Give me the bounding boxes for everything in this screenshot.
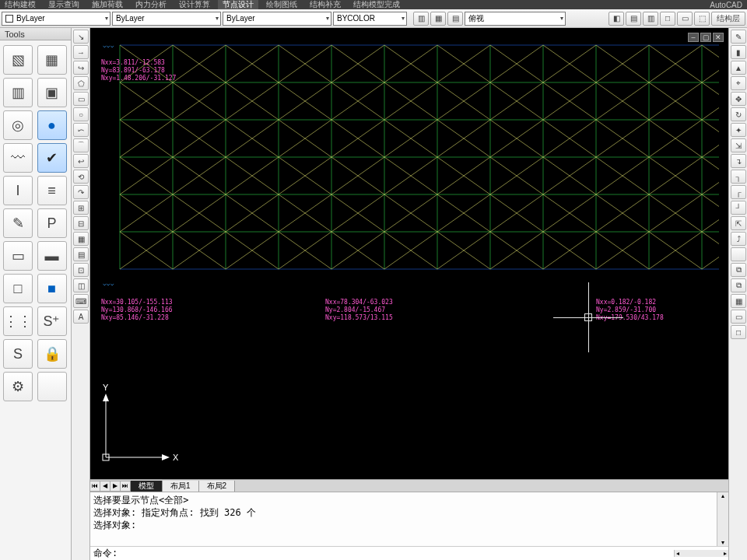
modify-btn-16[interactable]: ⧉	[731, 278, 746, 292]
toolbar-mid-btn-0[interactable]: ▥	[413, 12, 429, 26]
modify-btn-9[interactable]: ┐	[731, 170, 746, 184]
modify-btn-6[interactable]: ✦	[731, 123, 746, 137]
view-combo[interactable]: 俯视	[465, 12, 566, 26]
toolbar-right-btn-4[interactable]: ▭	[677, 12, 693, 26]
modify-btn-1[interactable]: ▮	[731, 45, 746, 59]
lock-tool[interactable]: 🔒	[37, 339, 67, 369]
cube-small-tool[interactable]: ▥	[3, 78, 33, 107]
layout-tab[interactable]: 布局1	[162, 481, 199, 492]
layout-tab[interactable]: 布局2	[198, 481, 236, 492]
struct-layer-toggle[interactable]: 结构层	[711, 12, 745, 26]
modify-btn-0[interactable]: ✎	[731, 30, 746, 44]
cube-open-tool[interactable]: ▣	[37, 78, 67, 107]
draw-btn-10[interactable]: ↷	[73, 185, 89, 199]
modify-btn-5[interactable]: ↻	[731, 107, 746, 121]
drawing-canvas[interactable]: – ▢ ✕ ⌵⌵⌵ ⌵⌵⌵ Nxx=3.811/-12.583 Ny=83.89…	[90, 28, 728, 479]
curve-tool[interactable]: 〰	[3, 143, 33, 173]
gear-tool[interactable]: ⚙	[3, 372, 33, 401]
s-plus-tool[interactable]: S⁺	[37, 306, 67, 336]
menu-item[interactable]: 结构建模	[0, 0, 40, 9]
cmd-hscrollbar[interactable]: ◂▸	[674, 550, 728, 557]
tab-nav-btn[interactable]: ⏮	[89, 481, 100, 492]
draw-btn-3[interactable]: ⬠	[73, 76, 89, 90]
color-combo[interactable]: BYCOLOR	[333, 12, 407, 26]
square-blue-tool[interactable]: ■	[37, 274, 67, 303]
draw-btn-2[interactable]: ↪	[73, 61, 89, 75]
draw-btn-17[interactable]: ⌨	[73, 294, 89, 308]
cube-shaded-tool[interactable]: ▦	[37, 45, 67, 75]
tab-nav-btn[interactable]: ⏭	[120, 481, 131, 492]
draw-btn-14[interactable]: ▤	[73, 247, 89, 261]
dotted-tool[interactable]: ⋮⋮	[3, 306, 33, 336]
draw-btn-7[interactable]: ⌒	[73, 138, 89, 152]
layer-combo-2[interactable]: ByLayer	[112, 12, 221, 26]
modify-btn-15[interactable]: ⧉	[731, 263, 746, 277]
menu-item[interactable]: 设计算算	[174, 0, 215, 9]
toolbar-right-btn-3[interactable]: □	[660, 12, 675, 26]
modify-btn-19[interactable]: □	[731, 325, 746, 339]
draw-btn-1[interactable]: →	[73, 45, 89, 59]
draw-btn-4[interactable]: ▭	[73, 92, 89, 106]
annot-bottom-left: Nxx=30.105/-155.113 Ny=130.868/-146.166 …	[101, 299, 173, 322]
sphere-blue-tool[interactable]: ●	[37, 110, 67, 140]
modify-btn-3[interactable]: ⌖	[731, 76, 746, 90]
modify-btn-14[interactable]	[731, 247, 746, 261]
app-brand: AutoCAD	[705, 1, 747, 9]
cube-iso-tool[interactable]: ▧	[3, 45, 33, 75]
rect-open-tool[interactable]: ▭	[3, 241, 33, 271]
menu-item[interactable]: 显示查询	[44, 0, 84, 9]
modify-btn-10[interactable]: ┌	[731, 185, 746, 199]
draw-btn-11[interactable]: ⊞	[73, 201, 89, 215]
tab-nav-btn[interactable]: ▶	[110, 481, 121, 492]
draw-btn-6[interactable]: ⤺	[73, 123, 89, 137]
toolbar-right-btn-5[interactable]: ⬚	[694, 12, 710, 26]
toolbar-mid-btn-2[interactable]: ▤	[447, 12, 463, 26]
toolbar-right-btn-0[interactable]: ◧	[608, 12, 624, 26]
text-i-tool[interactable]: I	[3, 176, 33, 205]
draw-btn-18[interactable]: A	[73, 310, 89, 324]
empty-slot	[37, 372, 67, 401]
draw-btn-0[interactable]: ↘	[73, 30, 89, 44]
p-bold-tool[interactable]: P	[37, 208, 67, 238]
modify-btn-4[interactable]: ✥	[731, 92, 746, 106]
draw-btn-16[interactable]: ◫	[73, 278, 89, 292]
layer-combo[interactable]: ByLayer	[2, 12, 110, 26]
command-line[interactable]: 命令: ◂▸	[90, 546, 728, 560]
modify-btn-2[interactable]: ▲	[731, 61, 746, 75]
draw-btn-8[interactable]: ↩	[73, 154, 89, 168]
linetype-combo[interactable]: ByLayer	[223, 12, 331, 26]
tab-nav-btn[interactable]: ◀	[100, 481, 110, 492]
cmd-scrollbar[interactable]: ▴▾	[717, 492, 728, 546]
menu-item[interactable]: 结构补充	[305, 0, 345, 9]
layout-tab[interactable]: 模型	[130, 481, 163, 492]
menu-item[interactable]: 结构模型完成	[349, 0, 405, 9]
pencil-tool[interactable]: ✎	[3, 208, 33, 238]
toolbar-right-btn-2[interactable]: ▥	[643, 12, 658, 26]
rect-shaded-tool[interactable]: ▬	[37, 241, 67, 271]
modify-btn-8[interactable]: ↴	[731, 154, 746, 168]
menu-item[interactable]: 节点设计	[218, 0, 258, 9]
modify-btn-7[interactable]: ⇲	[731, 138, 746, 152]
modify-btn-17[interactable]: ▦	[731, 294, 746, 308]
torus-tool[interactable]: ◎	[3, 110, 33, 140]
draw-btn-9[interactable]: ⟲	[73, 170, 89, 184]
stripes-tool[interactable]: ≡	[37, 176, 67, 205]
modify-btn-12[interactable]: ⇱	[731, 216, 746, 230]
draw-btn-5[interactable]: ○	[73, 107, 89, 121]
square-open-tool[interactable]: □	[3, 274, 33, 303]
draw-btn-13[interactable]: ▦	[73, 232, 89, 246]
draw-btn-15[interactable]: ⊡	[73, 263, 89, 277]
modify-btn-13[interactable]: ⤴	[731, 232, 746, 246]
s-bold-tool[interactable]: S	[3, 339, 33, 369]
draw-btn-12[interactable]: ⊟	[73, 216, 89, 230]
menu-item[interactable]: 施加荷载	[87, 0, 128, 9]
modify-btn-18[interactable]: ▭	[731, 310, 746, 324]
modify-btn-11[interactable]: ┘	[731, 201, 746, 215]
top-menu-bar[interactable]: 结构建模显示查询施加荷载内力分析设计算算节点设计绘制图纸结构补充结构模型完成Au…	[0, 0, 747, 9]
menu-item[interactable]: 内力分析	[131, 0, 171, 9]
check-black-tool[interactable]: ✔	[37, 143, 67, 173]
toolbar-mid-btn-1[interactable]: ▦	[430, 12, 446, 26]
menu-item[interactable]: 绘制图纸	[261, 0, 302, 9]
command-history: 选择要显示节点<全部>选择对象: 指定对角点: 找到 326 个选择对象: ▴▾	[90, 492, 728, 546]
toolbar-right-btn-1[interactable]: ▤	[626, 12, 641, 26]
